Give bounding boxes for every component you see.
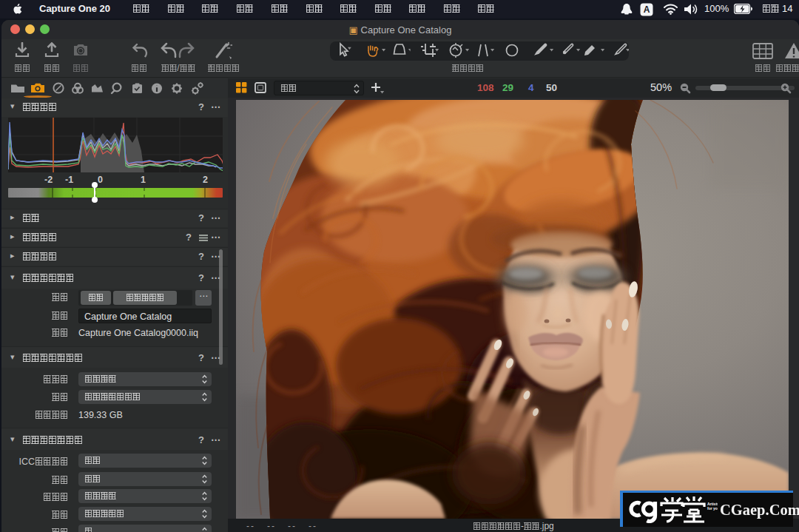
svg-text:A: A [644, 4, 650, 15]
svg-text:for you: for you [707, 506, 718, 511]
